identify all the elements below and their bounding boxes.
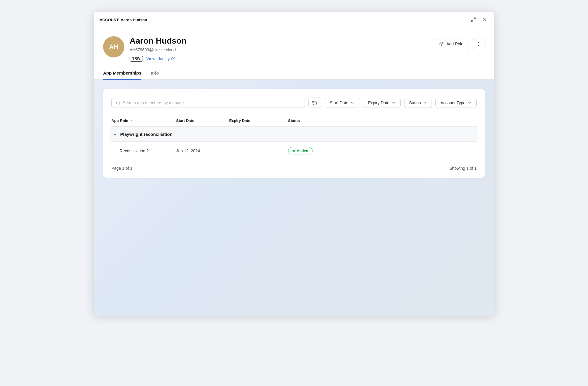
svg-point-12 — [116, 101, 120, 104]
view-identity-link[interactable]: View Identity — [146, 56, 175, 61]
expand-icon — [471, 17, 476, 22]
account-type-filter[interactable]: Account Type — [435, 98, 477, 108]
account-header: AH Aaron Hudson AH679693@skizze.cloud TR… — [94, 28, 494, 67]
account-email: AH679693@skizze.cloud — [130, 47, 186, 52]
chevron-down-icon — [350, 101, 354, 105]
more-options-button[interactable] — [472, 39, 485, 49]
search-icon — [116, 100, 120, 105]
col-status: Status — [288, 118, 347, 123]
sort-icon — [130, 119, 133, 123]
topbar-account-prefix: ACCOUNT: — [100, 18, 120, 22]
expiry-date-label: Expiry Date — [368, 100, 389, 105]
add-role-icon — [439, 41, 444, 47]
account-badges: TRW View Identity — [130, 56, 186, 62]
svg-point-5 — [441, 42, 442, 44]
tab-app-memberships[interactable]: App Memberships — [103, 67, 141, 80]
start-date-label: Start Date — [330, 100, 348, 105]
page-info: Page 1 of 1 — [111, 166, 133, 171]
trw-badge: TRW — [130, 56, 143, 62]
svg-line-0 — [474, 18, 475, 19]
status-badge: Active — [288, 147, 313, 154]
cell-status: Active — [288, 147, 347, 154]
col-start-date: Start Date — [176, 118, 229, 123]
account-type-label: Account Type — [440, 100, 465, 105]
view-identity-label: View Identity — [146, 56, 170, 61]
svg-point-9 — [478, 42, 479, 43]
topbar-title: ACCOUNT: Aaron Hudson — [100, 18, 147, 22]
status-label: Status — [409, 100, 421, 105]
svg-line-4 — [173, 57, 175, 59]
status-text: Active — [297, 149, 308, 153]
filter-row: Start Date Expiry Date Status — [111, 98, 477, 108]
account-name: Aaron Hudson — [130, 36, 186, 46]
content-area: Start Date Expiry Date Status — [94, 80, 494, 316]
group-row[interactable]: Playwright reconciliation — [110, 127, 478, 142]
svg-point-11 — [478, 45, 479, 46]
close-icon — [482, 17, 487, 22]
account-modal: ACCOUNT: Aaron Hudson AH — [94, 12, 494, 316]
col-app-role: App Role — [111, 118, 176, 123]
expiry-date-filter[interactable]: Expiry Date — [363, 98, 400, 108]
svg-line-1 — [471, 20, 473, 22]
showing-info: Showing 1 of 1 — [449, 166, 477, 171]
tab-info[interactable]: Info — [151, 67, 159, 80]
chevron-down-icon — [113, 132, 117, 137]
avatar: AH — [103, 36, 124, 57]
search-input[interactable] — [123, 100, 300, 105]
status-filter[interactable]: Status — [404, 98, 432, 108]
chevron-down-icon — [423, 101, 427, 105]
pagination-row: Page 1 of 1 Showing 1 of 1 — [111, 160, 477, 178]
topbar: ACCOUNT: Aaron Hudson — [94, 12, 494, 28]
chevron-down-icon — [392, 101, 396, 105]
header-actions: Add Role — [434, 39, 485, 49]
add-role-label: Add Role — [446, 42, 463, 46]
table-row: Reconciliation 2 Jun 12, 2024 - Active — [111, 142, 477, 160]
add-role-button[interactable]: Add Role — [434, 39, 468, 49]
cell-expiry-date: - — [229, 149, 288, 153]
group-label: Playwright reconciliation — [120, 132, 173, 137]
chevron-down-icon — [468, 101, 472, 105]
reset-button[interactable] — [308, 98, 321, 108]
filter-card: Start Date Expiry Date Status — [103, 89, 485, 178]
svg-point-10 — [478, 44, 479, 44]
account-info: AH Aaron Hudson AH679693@skizze.cloud TR… — [103, 36, 186, 62]
topbar-account-name: Aaron Hudson — [121, 18, 147, 22]
tabs: App Memberships Info — [94, 67, 494, 80]
start-date-filter[interactable]: Start Date — [325, 98, 359, 108]
table-header: App Role Start Date Expiry Date Status — [111, 115, 477, 127]
cell-role: Reconciliation 2 — [111, 149, 176, 153]
svg-line-13 — [119, 104, 120, 105]
account-details: Aaron Hudson AH679693@skizze.cloud TRW V… — [130, 36, 186, 62]
close-button[interactable] — [481, 16, 488, 24]
more-icon — [476, 41, 481, 47]
status-dot — [293, 150, 295, 152]
expand-button[interactable] — [470, 16, 477, 24]
reset-icon — [312, 100, 317, 105]
search-box[interactable] — [111, 98, 305, 108]
cell-start-date: Jun 12, 2024 — [176, 149, 229, 153]
external-link-icon — [171, 57, 175, 61]
topbar-actions — [470, 16, 488, 24]
col-expiry-date: Expiry Date — [229, 118, 288, 123]
